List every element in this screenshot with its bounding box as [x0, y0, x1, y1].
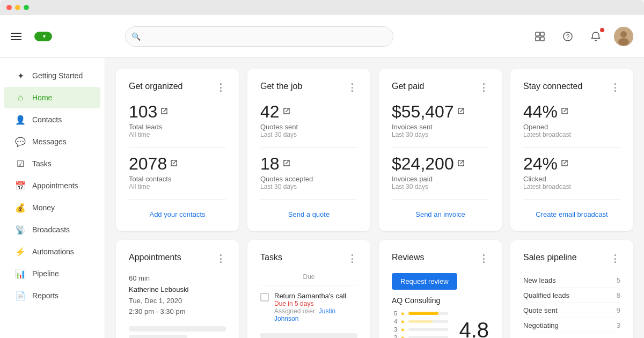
- svg-rect-3: [540, 37, 544, 41]
- card-title-tasks: Tasks: [260, 253, 282, 262]
- card-action-get-paid[interactable]: Send an invoice: [392, 206, 489, 218]
- card-header-appointments: Appointments ⋮: [129, 253, 226, 264]
- content: Get organized ⋮ 103 Total leads All time…: [105, 58, 644, 338]
- stat-label-secondary-get-organized: Total contacts: [129, 175, 226, 183]
- card-menu-pipeline[interactable]: ⋮: [610, 253, 620, 264]
- minimize-dot[interactable]: [15, 5, 20, 10]
- card-header-get-paid: Get paid ⋮: [392, 82, 489, 93]
- stat-sublabel-secondary-get-paid: Last 30 days: [392, 183, 489, 190]
- stat-label-primary-get-paid: Invoices sent: [392, 123, 489, 131]
- card-menu-stay-connected[interactable]: ⋮: [610, 82, 620, 93]
- pipeline-count: 5: [617, 276, 620, 284]
- maximize-dot[interactable]: [24, 5, 29, 10]
- main: ✦ Getting Started ⌂ Home 👤 Contacts 💬 Me…: [0, 58, 644, 338]
- external-link-secondary-get-the-job[interactable]: [283, 159, 290, 169]
- stat-sublabel-primary-get-paid: Last 30 days: [392, 131, 489, 138]
- card-menu-get-the-job[interactable]: ⋮: [347, 82, 357, 93]
- card-sales-pipeline: Sales pipeline ⋮ New leads 5 Qualified l…: [510, 240, 633, 338]
- topbar: ▼ ?: [0, 15, 644, 58]
- sidebar-item-automations[interactable]: ⚡ Automations: [4, 241, 100, 262]
- stat-sublabel-secondary-stay-connected: Latest broadcast: [523, 183, 620, 190]
- card-action-get-the-job[interactable]: Send a quote: [260, 206, 357, 218]
- card-menu-reviews[interactable]: ⋮: [479, 253, 489, 264]
- pipeline-label: Qualified leads: [523, 291, 569, 299]
- stat-number-secondary-stay-connected: 24%: [523, 154, 620, 174]
- card-tasks: Tasks ⋮ Due Return Samantha's call Due i…: [247, 240, 370, 338]
- pipeline-item: New leads 5: [523, 273, 620, 288]
- card-action-stay-connected[interactable]: Create email broadcast: [523, 206, 620, 218]
- appointment-name: Katherine Lebouski: [129, 284, 226, 296]
- stat-number-primary-get-the-job: 42: [260, 102, 357, 122]
- stat-number-secondary-get-organized: 2078: [129, 154, 226, 174]
- svg-rect-2: [536, 37, 539, 41]
- svg-point-7: [620, 31, 627, 38]
- external-link-secondary-get-organized[interactable]: [170, 159, 178, 169]
- task-assigned: Assigned user: Justin Johnson: [274, 307, 357, 322]
- sidebar-icon-automations: ⚡: [15, 246, 26, 257]
- card-menu-tasks[interactable]: ⋮: [347, 253, 357, 264]
- search-container: [125, 26, 393, 47]
- close-dot[interactable]: [6, 5, 12, 10]
- card-get-paid: Get paid ⋮ $55,407 Invoices sent Last 30…: [379, 69, 502, 231]
- help-icon[interactable]: ?: [558, 27, 577, 46]
- avatar[interactable]: [614, 27, 633, 46]
- stat-secondary-get-the-job: 18 Quotes accepted Last 30 days: [260, 154, 357, 190]
- sidebar-item-pipeline[interactable]: 📊 Pipeline: [4, 263, 100, 284]
- stat-sublabel-secondary-get-organized: All time: [129, 183, 226, 190]
- card-stay-connected: Stay connected ⋮ 44% Opened Latest broad…: [510, 69, 633, 231]
- external-link-primary-stay-connected[interactable]: [561, 107, 568, 117]
- stat-number-primary-stay-connected: 44%: [523, 102, 620, 122]
- pipeline-item: Quote sent 9: [523, 303, 620, 318]
- svg-text:?: ?: [566, 33, 570, 41]
- sidebar-icon-tasks: ☑: [15, 158, 26, 169]
- sidebar-item-broadcasts[interactable]: 📡 Broadcasts: [4, 219, 100, 240]
- card-action-get-organized[interactable]: Add your contacts: [129, 206, 226, 218]
- sidebar-label-messages: Messages: [32, 137, 67, 146]
- notification-icon[interactable]: [586, 27, 605, 46]
- stat-label-primary-stay-connected: Opened: [523, 123, 620, 131]
- task-user: Justin Johnson: [274, 307, 335, 322]
- sidebar-item-getting-started[interactable]: ✦ Getting Started: [4, 65, 100, 86]
- stat-primary-get-organized: 103 Total leads All time: [129, 102, 226, 138]
- external-link-primary-get-the-job[interactable]: [283, 107, 290, 117]
- grid-icon[interactable]: [530, 27, 550, 46]
- card-get-the-job: Get the job ⋮ 42 Quotes sent Last 30 day…: [247, 69, 370, 231]
- card-get-organized: Get organized ⋮ 103 Total leads All time…: [116, 69, 239, 231]
- stat-primary-stay-connected: 44% Opened Latest broadcast: [523, 102, 620, 138]
- pipeline-count: 9: [617, 306, 620, 314]
- card-title-get-the-job: Get the job: [260, 82, 302, 91]
- external-link-secondary-stay-connected[interactable]: [561, 159, 568, 169]
- sidebar-item-appointments[interactable]: 📅 Appointments: [4, 175, 100, 196]
- sidebar-label-broadcasts: Broadcasts: [32, 225, 70, 234]
- notification-dot: [600, 28, 604, 32]
- external-link-primary-get-organized[interactable]: [160, 107, 168, 117]
- placeholder-bar-1: [129, 326, 226, 332]
- request-review-button[interactable]: Request review: [392, 273, 457, 290]
- task-details: Return Samantha's call Due in 5 days Ass…: [274, 292, 357, 322]
- stat-sublabel-secondary-get-the-job: Last 30 days: [260, 183, 357, 190]
- pipeline-item: Qualified leads 8: [523, 288, 620, 303]
- stat-label-secondary-get-paid: Invoices paid: [392, 175, 489, 183]
- sidebar-icon-pipeline: 📊: [15, 268, 26, 279]
- bar-track-2: [408, 336, 448, 338]
- pipeline-item: Negotiating 3: [523, 318, 620, 333]
- sidebar-item-tasks[interactable]: ☑ Tasks: [4, 153, 100, 174]
- sidebar-icon-getting-started: ✦: [15, 70, 26, 81]
- new-badge-arrow-icon: ▼: [42, 34, 47, 39]
- task-checkbox[interactable]: [260, 293, 269, 302]
- sidebar-item-home[interactable]: ⌂ Home: [4, 87, 100, 108]
- sidebar-item-messages[interactable]: 💬 Messages: [4, 131, 100, 152]
- external-link-secondary-get-paid[interactable]: [457, 159, 465, 169]
- external-link-primary-get-paid[interactable]: [457, 107, 465, 117]
- card-menu-get-organized[interactable]: ⋮: [216, 82, 226, 93]
- new-badge[interactable]: ▼: [34, 32, 52, 41]
- search-input[interactable]: [125, 26, 393, 47]
- menu-icon[interactable]: [11, 33, 21, 40]
- sidebar-item-reports[interactable]: 📄 Reports: [4, 285, 100, 306]
- sidebar-item-contacts[interactable]: 👤 Contacts: [4, 109, 100, 130]
- card-title-stay-connected: Stay connected: [523, 82, 582, 91]
- card-menu-get-paid[interactable]: ⋮: [479, 82, 489, 93]
- bar-track-4: [408, 320, 448, 323]
- sidebar-item-money[interactable]: 💰 Money: [4, 197, 100, 218]
- card-menu-appointments[interactable]: ⋮: [216, 253, 226, 264]
